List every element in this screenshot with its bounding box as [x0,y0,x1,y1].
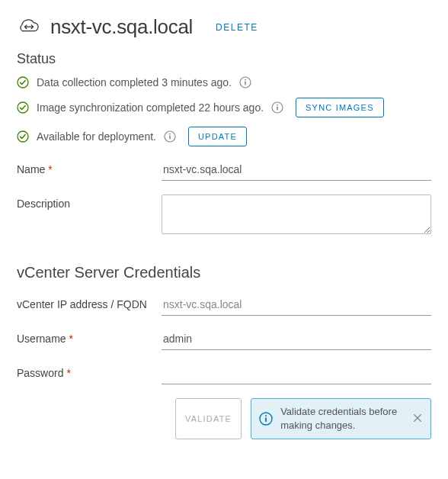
label-text: Password [17,367,63,379]
name-label: Name* [17,160,162,175]
status-row-image-sync: Image synchronization completed 22 hours… [17,98,431,117]
status-text: Data collection completed 3 minutes ago. [37,76,232,88]
validate-row: VALIDATE Validate credentials before mak… [17,398,431,439]
name-input[interactable] [162,160,431,181]
status-row-deployment: Available for deployment. UPDATE [17,127,431,146]
label-text: Username [17,333,66,345]
ip-input[interactable] [162,295,431,316]
cloud-sync-icon [17,18,41,37]
validate-button[interactable]: VALIDATE [175,398,242,439]
credentials-heading: vCenter Server Credentials [17,264,431,281]
username-label: Username* [17,330,162,345]
svg-point-7 [277,104,278,106]
label-text: Name [17,163,45,175]
svg-rect-12 [169,136,171,140]
delete-button[interactable]: DELETE [216,22,258,33]
required-marker: * [66,367,70,379]
status-text: Image synchronization completed 22 hours… [37,101,264,114]
alert-text: Validate credentials before making chang… [280,405,423,432]
description-label: Description [17,194,162,210]
required-marker: * [69,333,73,345]
status-text: Available for deployment. [37,130,156,143]
page-header: nsxt-vc.sqa.local DELETE [17,15,431,39]
svg-rect-15 [265,417,267,422]
update-button[interactable]: UPDATE [188,127,247,146]
svg-point-3 [245,79,246,81]
info-icon[interactable] [239,76,251,88]
form-row-ip: vCenter IP address / FQDN [17,295,431,316]
svg-point-14 [265,415,267,416]
username-input[interactable] [162,330,431,350]
info-icon [259,412,273,426]
password-input[interactable] [162,364,431,384]
form-row-password: Password* [17,364,431,384]
svg-rect-4 [245,82,246,85]
check-circle-icon [17,101,29,114]
form-row-username: Username* [17,330,431,350]
form-row-description: Description [17,194,431,236]
status-heading: Status [17,51,431,67]
status-row-data-collection: Data collection completed 3 minutes ago. [17,76,431,88]
password-label: Password* [17,364,162,379]
form-row-name: Name* [17,160,431,181]
description-textarea[interactable] [162,194,431,234]
svg-rect-8 [277,107,278,111]
validate-alert: Validate credentials before making chang… [251,398,431,439]
info-icon[interactable] [271,101,283,114]
check-circle-icon [17,76,29,88]
required-marker: * [48,163,52,175]
ip-label: vCenter IP address / FQDN [17,295,162,310]
page-title: nsxt-vc.sqa.local [50,15,193,39]
close-icon[interactable] [412,413,424,425]
info-icon[interactable] [164,130,176,143]
sync-images-button[interactable]: SYNC IMAGES [296,98,384,117]
check-circle-icon [17,130,29,143]
svg-point-11 [169,133,171,135]
